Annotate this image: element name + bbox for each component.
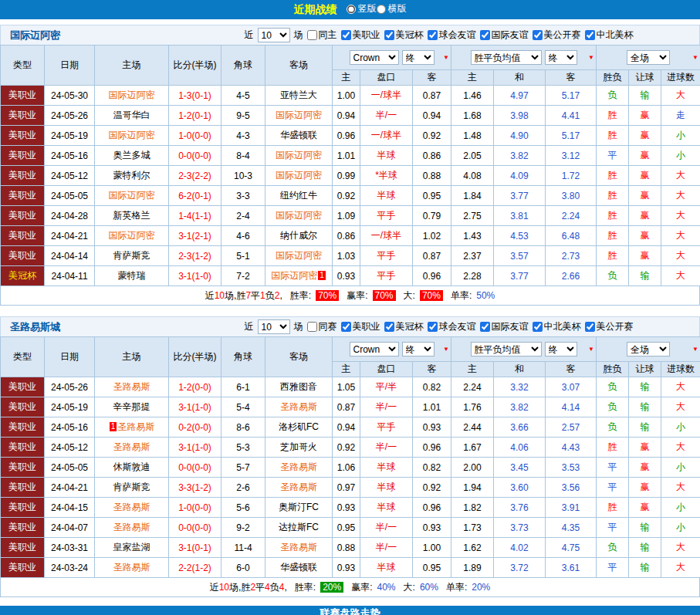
score-cell: 0-0(0-0)	[169, 518, 221, 538]
team-link[interactable]: 蒙特利尔	[113, 170, 150, 181]
league-filter-checkbox[interactable]	[533, 30, 543, 40]
team-link[interactable]: 国际迈阿密	[276, 250, 322, 261]
date-cell: 24-05-12	[45, 166, 95, 186]
team-link[interactable]: 圣路易斯	[113, 381, 150, 392]
team-link[interactable]: 圣路易斯	[280, 482, 317, 492]
red-dropdown-arrow-icon[interactable]: ▼	[443, 346, 449, 353]
team-link[interactable]: 辛辛那提	[113, 401, 150, 412]
checkbox-label: 美职业	[353, 29, 380, 42]
table-body: 美职业24-05-26圣路易斯1-2(0-0)6-1西雅图音1.05平/半0.8…	[1, 377, 700, 578]
scope-select[interactable]: 全场	[627, 50, 670, 65]
date-cell: 24-05-05	[45, 186, 95, 206]
league-filter-checkbox-wrap: 球会友谊	[428, 29, 476, 42]
result-handicap-cell: 赢	[629, 126, 661, 146]
result-handicap-cell: 赢	[629, 166, 661, 186]
team-link[interactable]: 圣路易斯	[113, 441, 150, 452]
date-cell: 24-05-16	[45, 417, 95, 438]
team-link[interactable]: 西雅图音	[280, 381, 317, 392]
layout-radio-option: 横版	[377, 2, 407, 15]
red-dropdown-arrow-icon[interactable]: ▼	[588, 346, 594, 353]
league-filter-checkbox[interactable]	[384, 30, 394, 40]
league-filter-checkbox[interactable]	[585, 30, 595, 40]
team-link[interactable]: 亚特兰大	[280, 90, 317, 100]
asian-final-select[interactable]: 终	[402, 50, 435, 65]
league-filter-checkbox[interactable]	[341, 322, 351, 332]
team-link[interactable]: 芝加哥火	[280, 441, 317, 452]
layout-radio[interactable]	[377, 5, 386, 14]
same-filter-checkbox[interactable]	[307, 322, 317, 332]
home-team-cell: 奥兰多城	[95, 146, 169, 166]
team-link[interactable]: 奥斯汀FC	[279, 502, 319, 512]
bookmaker-select[interactable]: Crown	[350, 50, 399, 65]
euro-final-select[interactable]: 终	[545, 342, 577, 356]
team-link[interactable]: 奥兰多城	[113, 150, 150, 161]
league-filter-checkbox[interactable]	[428, 322, 438, 332]
team-link[interactable]: 华盛顿联	[280, 130, 317, 140]
match-row: 美冠杯24-04-11蒙特瑞3-1(1-0)7-2国际迈阿密10.93平手0.9…	[1, 266, 700, 286]
team-link[interactable]: 休斯敦迪	[113, 461, 150, 472]
team-link[interactable]: 新英格兰	[113, 210, 150, 221]
layout-radio[interactable]	[347, 5, 356, 14]
team-link[interactable]: 达拉斯FC	[279, 522, 319, 532]
scope-select[interactable]: 全场	[627, 342, 670, 356]
league-filter-checkbox[interactable]	[533, 322, 543, 332]
league-filter-checkbox[interactable]	[341, 30, 351, 40]
team-link[interactable]: 国际迈阿密	[276, 210, 322, 221]
team-link[interactable]: 圣路易斯	[113, 522, 150, 532]
team-link[interactable]: 纳什威尔	[280, 230, 317, 241]
team-link[interactable]: 圣路易斯	[113, 562, 150, 573]
team-link[interactable]: 国际迈阿密	[109, 190, 155, 201]
team-link[interactable]: 纽约红牛	[280, 190, 317, 201]
euro-avg-select[interactable]: 胜平负均值	[471, 50, 542, 65]
asian-away-odds: 0.92	[413, 478, 451, 498]
team-link[interactable]: 肯萨斯竞	[113, 482, 150, 492]
stat-label: 胜率:	[295, 581, 316, 594]
team-link[interactable]: 国际迈阿密	[109, 230, 155, 241]
team-link[interactable]: 圣路易斯	[113, 502, 150, 512]
result-handicap-cell: 赢	[629, 246, 661, 266]
league-filter-checkbox[interactable]	[585, 322, 595, 332]
team-link[interactable]: 蒙特瑞	[118, 270, 146, 281]
page: 近期战绩 竖版横版 国际迈阿密 近10场同主美职业美冠杯球会友谊国际友谊美公开赛…	[0, 0, 700, 615]
team-link[interactable]: 圣路易斯	[117, 421, 154, 432]
asian-final-select[interactable]: 终	[402, 342, 435, 356]
team-link[interactable]: 国际迈阿密	[276, 110, 322, 120]
team-link[interactable]: 圣路易斯	[280, 542, 317, 552]
sub-column-header: 主	[451, 70, 494, 86]
recent-count-select[interactable]: 10	[258, 28, 290, 42]
euro-final-select[interactable]: 终	[545, 50, 577, 65]
red-dropdown-arrow-icon[interactable]: ▼	[588, 55, 594, 61]
euro-away-odds: 3.61	[546, 558, 597, 578]
team-link[interactable]: 国际迈阿密	[109, 90, 155, 100]
team-link[interactable]: 洛杉矶FC	[279, 421, 319, 432]
result-wdl-cell: 负	[597, 417, 629, 438]
team-link[interactable]: 华盛顿联	[280, 562, 317, 573]
result-handicap-cell: 输	[629, 377, 661, 397]
team-link[interactable]: 皇家盐湖	[113, 542, 150, 552]
recent-count-select[interactable]: 10	[258, 319, 290, 334]
league-filter-checkbox[interactable]	[384, 322, 394, 332]
euro-avg-select[interactable]: 胜平负均值	[471, 342, 542, 356]
league-filter-checkbox[interactable]	[480, 30, 490, 40]
team-link[interactable]: 肯萨斯竞	[113, 250, 150, 261]
team-link[interactable]: 国际迈阿密	[276, 150, 322, 161]
match-row: 美职业24-03-24圣路易斯2-2(1-2)6-0华盛顿联0.93半球0.95…	[1, 558, 700, 578]
team-link[interactable]: 国际迈阿密	[109, 130, 155, 140]
team-link[interactable]: 国际迈阿密	[276, 170, 322, 181]
team-section-st-louis: 圣路易斯城 近10场同赛美职业美冠杯球会友谊国际友谊中北美杯美公开赛 类型日期主…	[0, 316, 700, 597]
asian-home-odds: 0.88	[333, 538, 360, 558]
league-filter-checkbox[interactable]	[480, 322, 490, 332]
red-dropdown-arrow-icon[interactable]: ▼	[692, 55, 698, 61]
red-dropdown-arrow-icon[interactable]: ▼	[692, 346, 698, 353]
bookmaker-select[interactable]: Crown	[350, 342, 399, 356]
league-filter-checkbox[interactable]	[428, 30, 438, 40]
team-link[interactable]: 圣路易斯	[280, 401, 317, 412]
team-link[interactable]: 温哥华白	[113, 110, 150, 120]
away-team-cell: 国际迈阿密	[265, 246, 333, 266]
stat-label: 大:	[404, 581, 415, 594]
team-link[interactable]: 圣路易斯	[280, 461, 317, 472]
same-filter-checkbox[interactable]	[307, 30, 317, 40]
red-dropdown-arrow-icon[interactable]: ▼	[443, 55, 449, 61]
asian-away-odds: 0.88	[413, 166, 451, 186]
team-link[interactable]: 国际迈阿密	[271, 270, 317, 281]
